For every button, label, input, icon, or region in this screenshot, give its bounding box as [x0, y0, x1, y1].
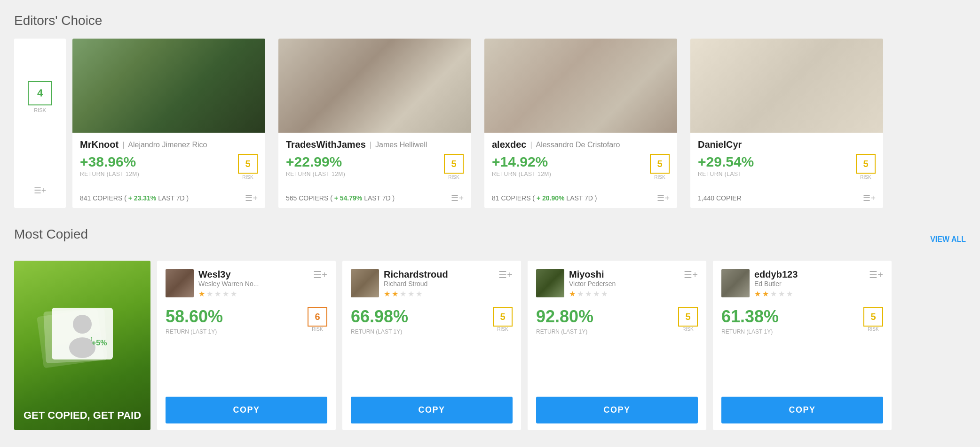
- trader-card-header-2: Miyoshi Victor Pedersen ★★★★★ ☰+: [536, 269, 698, 298]
- editors-choice-section: Editors' Choice 4 RISK ☰+ MrKnoot | Alej…: [0, 0, 980, 217]
- trader-return-info-2: 92.80% RETURN (LAST 1Y): [536, 307, 593, 335]
- list-add-icon-0[interactable]: ☰+: [313, 269, 327, 280]
- trader-return-value-0: 58.60%: [166, 307, 223, 327]
- star-row: ★★★★★: [754, 289, 798, 298]
- avatar-handle-0: Wesl3y: [198, 269, 259, 280]
- copiers-text-2: 81 COPIERS ( + 20.90% LAST 7D ): [492, 194, 597, 202]
- trader-return-label-2: RETURN (LAST 1Y): [536, 328, 593, 335]
- trader-cards-container: Wesl3y Wesley Warren No... ★★★★★ ☰+ 58.6…: [157, 261, 892, 430]
- return-label-1: RETURN (LAST 12M): [286, 171, 345, 177]
- trader-card-3: eddyb123 Ed Butler ★★★★★ ☰+ 61.38% RETUR…: [713, 261, 892, 430]
- trader-return-info-3: 61.38% RETURN (LAST 1Y): [721, 307, 779, 335]
- star-empty: ★: [577, 289, 584, 298]
- trader-risk-label-3: RISK: [868, 327, 878, 332]
- copiers-text-3: 1,440 COPIER: [698, 194, 742, 202]
- avatar-handle-1: Richardstroud: [384, 269, 448, 280]
- copy-button-2[interactable]: COPY: [536, 397, 698, 423]
- trader-risk-label-2: RISK: [682, 327, 693, 332]
- star-row: ★★★★★: [198, 289, 259, 298]
- add-list-icon-3[interactable]: ☰+: [863, 193, 876, 203]
- avatar-info-2: Miyoshi Victor Pedersen ★★★★★: [569, 269, 616, 298]
- trader-handle-3: DanielCyr: [698, 139, 742, 150]
- trader-return-row-2: 92.80% RETURN (LAST 1Y) 5 RISK: [536, 307, 698, 335]
- return-label-0: RETURN (LAST 12M): [80, 171, 139, 177]
- trader-card-2: Miyoshi Victor Pedersen ★★★★★ ☰+ 92.80% …: [528, 261, 706, 430]
- avatar-info-1: Richardstroud Richard Stroud ★★★★★: [384, 269, 448, 298]
- star-empty: ★: [416, 289, 422, 298]
- trader-return-value-2: 92.80%: [536, 307, 593, 327]
- return-info-0: +38.96% RETURN (LAST 12M): [80, 154, 139, 177]
- card-image-2: [484, 39, 677, 133]
- most-copied-header: Most Copied VIEW ALL: [14, 227, 966, 252]
- list-add-icon-1[interactable]: ☰+: [498, 269, 513, 280]
- return-value-3: +29.54%: [698, 154, 754, 170]
- risk-label-0: RISK: [242, 175, 253, 180]
- trader-avatar-row-3: eddyb123 Ed Butler ★★★★★: [721, 269, 798, 298]
- most-copied-section: Most Copied VIEW ALL +5%: [0, 217, 980, 439]
- trader-return-info-1: 66.98% RETURN (LAST 1Y): [351, 307, 408, 335]
- return-value-2: +14.92%: [492, 154, 551, 170]
- star-empty: ★: [770, 289, 777, 298]
- copiers-text-1: 565 COPIERS ( + 54.79% LAST 7D ): [286, 194, 395, 202]
- avatar-1: [351, 269, 379, 297]
- partial-risk-badge: 4: [28, 81, 52, 105]
- trader-handle-2: alexdec: [492, 139, 526, 150]
- avatar-0: [166, 269, 194, 297]
- separator-2: |: [530, 141, 532, 149]
- star-empty: ★: [585, 289, 592, 298]
- editor-card-2: alexdec | Alessandro De Cristofaro +14.9…: [484, 39, 677, 208]
- list-add-icon-2[interactable]: ☰+: [684, 269, 698, 280]
- card-body-1: TradesWithJames | James Helliwell +22.99…: [278, 133, 471, 208]
- return-value-0: +38.96%: [80, 154, 139, 170]
- return-row-3: +29.54% RETURN (LAST 5 RISK: [698, 154, 876, 180]
- risk-col-2: 5 RISK: [650, 154, 670, 180]
- promo-svg: +5% ↑: [31, 294, 134, 378]
- card-image-1: [278, 39, 471, 133]
- return-row-1: +22.99% RETURN (LAST 12M) 5 RISK: [286, 154, 464, 180]
- editor-card-3: DanielCyr +29.54% RETURN (LAST 5 RISK 1,…: [690, 39, 883, 208]
- star-filled: ★: [569, 289, 576, 298]
- trader-risk-badge-3: 5: [863, 307, 883, 327]
- copy-button-3[interactable]: COPY: [721, 397, 883, 423]
- trader-risk-label-1: RISK: [497, 327, 508, 332]
- trader-risk-label-0: RISK: [312, 327, 323, 332]
- editors-choice-cards-row: 4 RISK ☰+ MrKnoot | Alejandro Jimenez Ri…: [14, 39, 966, 208]
- editor-card-0: MrKnoot | Alejandro Jimenez Rico +38.96%…: [72, 39, 265, 208]
- copy-button-0[interactable]: COPY: [166, 397, 327, 423]
- trader-handle-1: TradesWithJames: [286, 139, 366, 150]
- star-filled: ★: [392, 289, 398, 298]
- star-empty: ★: [408, 289, 414, 298]
- list-add-icon-3[interactable]: ☰+: [869, 269, 883, 280]
- copiers-change-2: + 20.90%: [537, 194, 565, 202]
- star-empty: ★: [593, 289, 600, 298]
- copiers-row-0: 841 COPIERS ( + 23.31% LAST 7D ) ☰+: [80, 188, 258, 203]
- svg-point-3: [73, 315, 92, 334]
- trader-return-value-3: 61.38%: [721, 307, 779, 327]
- trader-fullname-2: Alessandro De Cristofaro: [536, 141, 620, 149]
- trader-card-header-0: Wesl3y Wesley Warren No... ★★★★★ ☰+: [166, 269, 327, 298]
- copiers-row-2: 81 COPIERS ( + 20.90% LAST 7D ) ☰+: [492, 188, 670, 203]
- copy-button-1[interactable]: COPY: [351, 397, 513, 423]
- trader-return-label-1: RETURN (LAST 1Y): [351, 328, 408, 335]
- avatar-3: [721, 269, 750, 297]
- promo-illustration: +5% ↑: [14, 261, 150, 401]
- trader-card-header-1: Richardstroud Richard Stroud ★★★★★ ☰+: [351, 269, 513, 298]
- risk-col-2: 5 RISK: [678, 307, 698, 332]
- card-body-2: alexdec | Alessandro De Cristofaro +14.9…: [484, 133, 677, 208]
- promo-card[interactable]: +5% ↑ GET COPIED, GET PAID: [14, 261, 150, 430]
- add-list-icon-1[interactable]: ☰+: [451, 193, 464, 203]
- editor-cards-container: MrKnoot | Alejandro Jimenez Rico +38.96%…: [72, 39, 883, 208]
- card-image-0: [72, 39, 265, 133]
- add-list-icon-0[interactable]: ☰+: [245, 193, 258, 203]
- star-empty: ★: [206, 289, 213, 298]
- partial-list-icon[interactable]: ☰+: [34, 185, 47, 203]
- editor-card-1: TradesWithJames | James Helliwell +22.99…: [278, 39, 471, 208]
- card-image-placeholder-1: [278, 39, 471, 133]
- avatar-info-3: eddyb123 Ed Butler ★★★★★: [754, 269, 798, 298]
- add-list-icon-2[interactable]: ☰+: [657, 193, 670, 203]
- trader-fullname-0: Alejandro Jimenez Rico: [128, 141, 207, 149]
- trader-card-1: Richardstroud Richard Stroud ★★★★★ ☰+ 66…: [342, 261, 521, 430]
- copiers-change-1: + 54.79%: [334, 194, 363, 202]
- most-copied-cards-row: +5% ↑ GET COPIED, GET PAID Wesl3y Wesley…: [14, 261, 966, 430]
- view-all-link[interactable]: VIEW ALL: [930, 235, 966, 244]
